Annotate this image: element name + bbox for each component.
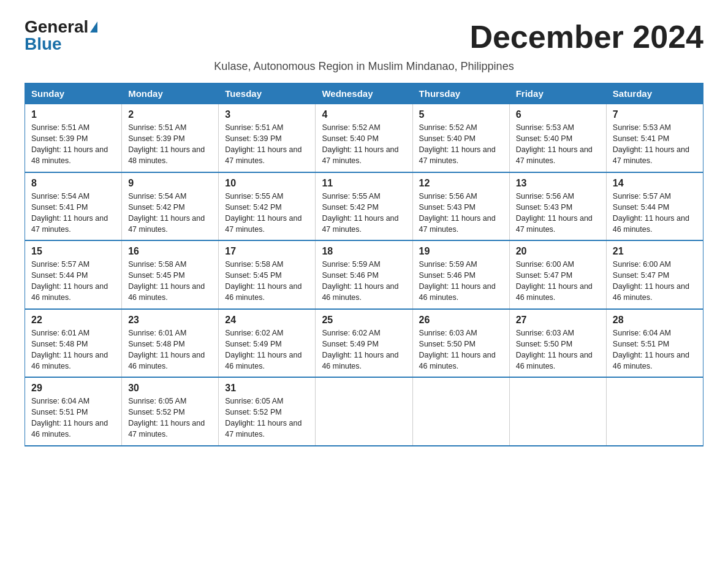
- calendar-cell: 9Sunrise: 5:54 AMSunset: 5:42 PMDaylight…: [122, 172, 219, 241]
- header-sunday: Sunday: [25, 83, 122, 104]
- day-number: 1: [31, 109, 115, 120]
- day-info: Sunrise: 5:51 AMSunset: 5:39 PMDaylight:…: [31, 123, 108, 165]
- day-info: Sunrise: 5:56 AMSunset: 5:43 PMDaylight:…: [419, 192, 496, 234]
- day-info: Sunrise: 5:58 AMSunset: 5:45 PMDaylight:…: [128, 260, 205, 302]
- day-number: 6: [516, 109, 600, 120]
- day-number: 17: [225, 246, 309, 257]
- day-info: Sunrise: 6:04 AMSunset: 5:51 PMDaylight:…: [613, 329, 689, 370]
- calendar-cell: 21Sunrise: 6:00 AMSunset: 5:47 PMDayligh…: [606, 240, 703, 309]
- day-info: Sunrise: 5:57 AMSunset: 5:44 PMDaylight:…: [613, 192, 689, 234]
- calendar-cell: 20Sunrise: 6:00 AMSunset: 5:47 PMDayligh…: [509, 240, 606, 309]
- day-number: 18: [322, 246, 406, 257]
- day-number: 22: [31, 315, 115, 326]
- calendar-cell: 10Sunrise: 5:55 AMSunset: 5:42 PMDayligh…: [219, 172, 316, 241]
- calendar-cell: 15Sunrise: 5:57 AMSunset: 5:44 PMDayligh…: [25, 240, 122, 309]
- day-number: 20: [516, 246, 600, 257]
- day-info: Sunrise: 5:52 AMSunset: 5:40 PMDaylight:…: [322, 123, 398, 165]
- day-number: 16: [128, 246, 212, 257]
- logo-general: General: [25, 18, 88, 36]
- day-info: Sunrise: 6:02 AMSunset: 5:49 PMDaylight:…: [322, 329, 398, 370]
- calendar-table: SundayMondayTuesdayWednesdayThursdayFrid…: [25, 83, 703, 446]
- calendar-cell: 3Sunrise: 5:51 AMSunset: 5:39 PMDaylight…: [219, 104, 316, 172]
- day-number: 8: [31, 178, 115, 189]
- subtitle: Kulase, Autonomous Region in Muslim Mind…: [25, 60, 703, 73]
- calendar-cell: 13Sunrise: 5:56 AMSunset: 5:43 PMDayligh…: [509, 172, 606, 241]
- day-info: Sunrise: 6:04 AMSunset: 5:51 PMDaylight:…: [31, 397, 108, 439]
- day-number: 26: [419, 315, 503, 326]
- logo-triangle-icon: [90, 21, 97, 33]
- calendar-cell: 8Sunrise: 5:54 AMSunset: 5:41 PMDaylight…: [25, 172, 122, 241]
- logo-blue: Blue: [25, 34, 62, 53]
- calendar-week-row: 15Sunrise: 5:57 AMSunset: 5:44 PMDayligh…: [25, 240, 703, 309]
- calendar-cell: 17Sunrise: 5:58 AMSunset: 5:45 PMDayligh…: [219, 240, 316, 309]
- calendar-cell: 24Sunrise: 6:02 AMSunset: 5:49 PMDayligh…: [219, 309, 316, 378]
- calendar-cell: 11Sunrise: 5:55 AMSunset: 5:42 PMDayligh…: [316, 172, 412, 241]
- day-number: 25: [322, 315, 406, 326]
- day-info: Sunrise: 6:05 AMSunset: 5:52 PMDaylight:…: [128, 397, 205, 439]
- header-friday: Friday: [509, 83, 606, 104]
- day-info: Sunrise: 6:03 AMSunset: 5:50 PMDaylight:…: [516, 329, 593, 370]
- day-number: 14: [613, 178, 697, 189]
- calendar-cell: 12Sunrise: 5:56 AMSunset: 5:43 PMDayligh…: [412, 172, 509, 241]
- header: General Blue December 2024: [25, 18, 703, 55]
- header-saturday: Saturday: [606, 83, 703, 104]
- calendar-cell: 16Sunrise: 5:58 AMSunset: 5:45 PMDayligh…: [122, 240, 219, 309]
- day-info: Sunrise: 5:57 AMSunset: 5:44 PMDaylight:…: [31, 260, 108, 302]
- day-info: Sunrise: 5:51 AMSunset: 5:39 PMDaylight:…: [128, 123, 205, 165]
- calendar-cell: 27Sunrise: 6:03 AMSunset: 5:50 PMDayligh…: [509, 309, 606, 378]
- day-info: Sunrise: 6:01 AMSunset: 5:48 PMDaylight:…: [128, 329, 205, 370]
- day-number: 30: [128, 383, 212, 394]
- day-number: 9: [128, 178, 212, 189]
- day-number: 7: [613, 109, 697, 120]
- calendar-cell: 22Sunrise: 6:01 AMSunset: 5:48 PMDayligh…: [25, 309, 122, 378]
- calendar-week-row: 1Sunrise: 5:51 AMSunset: 5:39 PMDaylight…: [25, 104, 703, 172]
- calendar-cell: 7Sunrise: 5:53 AMSunset: 5:41 PMDaylight…: [606, 104, 703, 172]
- calendar-cell: 6Sunrise: 5:53 AMSunset: 5:40 PMDaylight…: [509, 104, 606, 172]
- day-number: 27: [516, 315, 600, 326]
- day-info: Sunrise: 5:59 AMSunset: 5:46 PMDaylight:…: [419, 260, 496, 302]
- logo: General Blue: [25, 18, 97, 53]
- calendar-cell: 14Sunrise: 5:57 AMSunset: 5:44 PMDayligh…: [606, 172, 703, 241]
- day-info: Sunrise: 5:55 AMSunset: 5:42 PMDaylight:…: [322, 192, 398, 234]
- calendar-cell: 26Sunrise: 6:03 AMSunset: 5:50 PMDayligh…: [412, 309, 509, 378]
- calendar-cell: [606, 377, 703, 446]
- day-number: 10: [225, 178, 309, 189]
- day-info: Sunrise: 5:55 AMSunset: 5:42 PMDaylight:…: [225, 192, 301, 234]
- calendar-cell: [509, 377, 606, 446]
- calendar-cell: 28Sunrise: 6:04 AMSunset: 5:51 PMDayligh…: [606, 309, 703, 378]
- month-title: December 2024: [469, 18, 703, 55]
- calendar-cell: 5Sunrise: 5:52 AMSunset: 5:40 PMDaylight…: [412, 104, 509, 172]
- header-thursday: Thursday: [412, 83, 509, 104]
- day-number: 2: [128, 109, 212, 120]
- day-info: Sunrise: 5:53 AMSunset: 5:40 PMDaylight:…: [516, 123, 593, 165]
- calendar-week-row: 22Sunrise: 6:01 AMSunset: 5:48 PMDayligh…: [25, 309, 703, 378]
- day-info: Sunrise: 5:51 AMSunset: 5:39 PMDaylight:…: [225, 123, 301, 165]
- day-info: Sunrise: 6:05 AMSunset: 5:52 PMDaylight:…: [225, 397, 301, 439]
- header-tuesday: Tuesday: [219, 83, 316, 104]
- day-number: 29: [31, 383, 115, 394]
- day-number: 23: [128, 315, 212, 326]
- day-info: Sunrise: 6:02 AMSunset: 5:49 PMDaylight:…: [225, 329, 301, 370]
- calendar-cell: 29Sunrise: 6:04 AMSunset: 5:51 PMDayligh…: [25, 377, 122, 446]
- calendar-header-row: SundayMondayTuesdayWednesdayThursdayFrid…: [25, 83, 703, 104]
- calendar-cell: [316, 377, 412, 446]
- header-monday: Monday: [122, 83, 219, 104]
- day-number: 3: [225, 109, 309, 120]
- day-number: 12: [419, 178, 503, 189]
- day-info: Sunrise: 5:59 AMSunset: 5:46 PMDaylight:…: [322, 260, 398, 302]
- calendar-cell: 1Sunrise: 5:51 AMSunset: 5:39 PMDaylight…: [25, 104, 122, 172]
- calendar-cell: 19Sunrise: 5:59 AMSunset: 5:46 PMDayligh…: [412, 240, 509, 309]
- day-info: Sunrise: 5:54 AMSunset: 5:41 PMDaylight:…: [31, 192, 108, 234]
- day-number: 5: [419, 109, 503, 120]
- day-info: Sunrise: 5:54 AMSunset: 5:42 PMDaylight:…: [128, 192, 205, 234]
- day-number: 28: [613, 315, 697, 326]
- day-info: Sunrise: 5:56 AMSunset: 5:43 PMDaylight:…: [516, 192, 593, 234]
- day-info: Sunrise: 6:03 AMSunset: 5:50 PMDaylight:…: [419, 329, 496, 370]
- day-number: 31: [225, 383, 309, 394]
- calendar-cell: 23Sunrise: 6:01 AMSunset: 5:48 PMDayligh…: [122, 309, 219, 378]
- calendar-week-row: 29Sunrise: 6:04 AMSunset: 5:51 PMDayligh…: [25, 377, 703, 446]
- day-info: Sunrise: 6:01 AMSunset: 5:48 PMDaylight:…: [31, 329, 108, 370]
- day-info: Sunrise: 5:58 AMSunset: 5:45 PMDaylight:…: [225, 260, 301, 302]
- calendar-week-row: 8Sunrise: 5:54 AMSunset: 5:41 PMDaylight…: [25, 172, 703, 241]
- day-number: 24: [225, 315, 309, 326]
